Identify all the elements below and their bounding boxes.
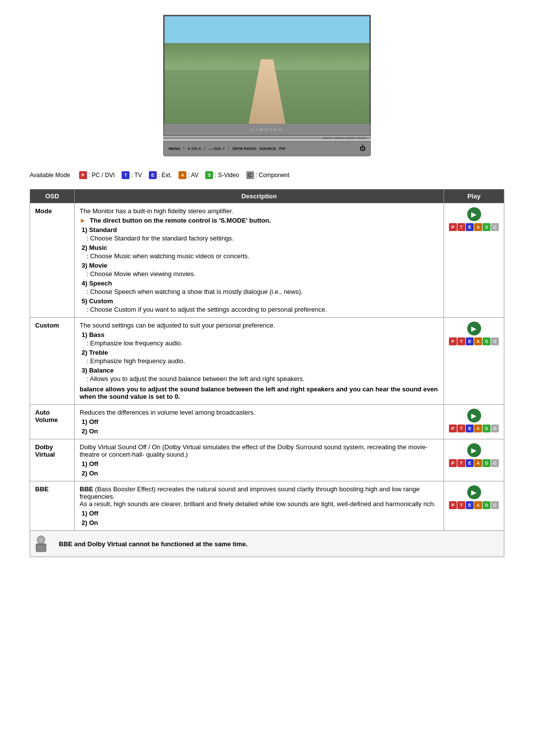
arrow-icon: ►: [80, 217, 86, 224]
power-btn: ⏻: [359, 145, 365, 152]
control-dot-2: [334, 138, 344, 139]
letter-a4: A: [474, 459, 482, 467]
desc-mode: The Monitor has a built-in high fidelity…: [75, 203, 444, 318]
svg-text:♪: ♪: [40, 537, 43, 543]
mode-component: C : Component: [246, 171, 290, 179]
letter-e3: E: [466, 425, 474, 432]
letter-a5: A: [474, 501, 482, 509]
header-osd: OSD: [30, 189, 75, 203]
letter-t2: T: [457, 337, 465, 345]
pteasc-dolby: P T E A S C: [449, 459, 499, 467]
pteasc-av: P T E A S C: [449, 425, 499, 432]
letter-c3: C: [491, 425, 499, 432]
note-icon: ♪: [35, 535, 53, 553]
desc-av-intro: Reduces the differences in volume level …: [80, 409, 439, 416]
desc-sub-2: : Choose Music when watching music video…: [87, 252, 439, 260]
desc-custom-extra: balance allows you to adjust the sound b…: [80, 385, 439, 400]
monitor-illustration: SAMSUNG MENU | ∨ CH ∧ | — VOL + | ⊡/FM R…: [30, 15, 504, 156]
mode-svideo: S : S-Video: [205, 171, 239, 179]
desc-custom-sub-3: : Allows you to adjust the sound balance…: [87, 375, 439, 382]
available-mode-label: Available Mode: [30, 172, 70, 179]
letter-a3: A: [474, 425, 482, 432]
desc-bbe-item-2: 2) On: [82, 519, 439, 526]
mode-pc-text: : PC / DVI: [89, 172, 115, 179]
mode-tv-text: : TV: [131, 172, 142, 179]
play-arrow-bbe-icon: ▶: [467, 485, 481, 499]
play-mode: ▶ P T E A S C: [444, 203, 504, 318]
desc-bbe: BBE (Bass Booster Effect) recreates the …: [75, 481, 444, 531]
table-row: BBE BBE (Bass Booster Effect) recreates …: [30, 481, 504, 531]
monitor-base: SAMSUNG: [163, 124, 371, 136]
desc-custom: The sound settings can be adjusted to su…: [75, 318, 444, 405]
desc-item-4: 4) Speech: [82, 280, 439, 287]
desc-autovolume: Reduces the differences in volume level …: [75, 405, 444, 439]
letter-e4: E: [466, 459, 474, 467]
note-content: ♪ BBE and Dolby Virtual cannot be functi…: [35, 535, 499, 553]
desc-bbe-item-1: 1) Off: [82, 510, 439, 517]
desc-custom-item-3: 3) Balance: [82, 367, 439, 374]
screen-scene: [165, 16, 369, 124]
letter-a2: A: [474, 337, 482, 345]
mode-ext: E : Ext.: [149, 171, 172, 179]
desc-item-5: 5) Custom: [82, 297, 439, 305]
desc-dolby-item-1: 1) Off: [82, 460, 439, 468]
desc-custom-intro: The sound settings can be adjusted to su…: [80, 322, 439, 329]
radio-btn: ⊡/FM RADIO: [232, 146, 257, 151]
play-arrow-av-icon: ▶: [467, 409, 481, 423]
letter-p: P: [449, 223, 457, 231]
letter-c2: C: [491, 337, 499, 345]
desc-mode-intro: The Monitor has a built-in high fidelity…: [80, 207, 439, 215]
vol-btn: — VOL +: [209, 146, 225, 151]
letter-c5: C: [491, 501, 499, 509]
osd-bbe: BBE: [30, 481, 75, 531]
play-arrow-custom-icon: ▶: [467, 322, 481, 335]
letter-e2: E: [466, 337, 474, 345]
monitor-screen: [163, 15, 371, 124]
desc-sub-4: : Choose Speech when watching a show tha…: [87, 288, 439, 295]
bbe-bold: BBE: [80, 485, 93, 493]
osd-autovolume: AutoVolume: [30, 405, 75, 439]
desc-custom-sub-1: : Emphasize low frequency audio.: [87, 339, 439, 347]
letter-t5: T: [457, 501, 465, 509]
note-text: BBE and Dolby Virtual cannot be function…: [59, 540, 248, 548]
letter-s3: S: [483, 425, 490, 432]
letter-s2: S: [483, 337, 490, 345]
letter-c: C: [491, 223, 499, 231]
desc-av-item-2: 2) On: [82, 427, 439, 435]
desc-dolby: Dolby Virtual Sound Off / On (Dolby Virt…: [75, 439, 444, 481]
header-play: Play: [444, 189, 504, 203]
play-custom: ▶ P T E A S C: [444, 318, 504, 405]
osd-mode: Mode: [30, 203, 75, 318]
control-dot-1: [322, 138, 332, 139]
badge-a-icon: A: [178, 171, 186, 179]
brand-logo: SAMSUNG: [251, 127, 284, 132]
desc-item-3: 3) Movie: [82, 262, 439, 269]
letter-s4: S: [483, 459, 490, 467]
letter-e5: E: [466, 501, 474, 509]
badge-t-icon: T: [122, 171, 130, 179]
mode-component-text: : Component: [256, 172, 290, 179]
pteasc-bbe: P T E A S C: [449, 501, 499, 509]
desc-dolby-intro: Dolby Virtual Sound Off / On (Dolby Virt…: [80, 443, 439, 458]
table-row: Custom The sound settings can be adjuste…: [30, 318, 504, 405]
note-row: ♪ BBE and Dolby Virtual cannot be functi…: [30, 531, 504, 557]
play-arrow-icon: ▶: [467, 207, 481, 221]
letter-p2: P: [449, 337, 457, 345]
letter-s: S: [483, 223, 490, 231]
mode-av-text: : AV: [188, 172, 198, 179]
badge-p-icon: P: [79, 171, 87, 179]
pip-btn: PIP: [279, 146, 286, 151]
table-row: Mode The Monitor has a built-in high fid…: [30, 203, 504, 318]
letter-p3: P: [449, 425, 457, 432]
table-header-row: OSD Description Play: [30, 189, 504, 203]
letter-s5: S: [483, 501, 490, 509]
main-table: OSD Description Play Mode The Monitor ha…: [30, 189, 504, 557]
table-row: DolbyVirtual Dolby Virtual Sound Off / O…: [30, 439, 504, 481]
mode-svideo-text: : S-Video: [215, 172, 239, 179]
desc-sub-1: : Choose Standard for the standard facto…: [87, 235, 439, 242]
play-dolby: ▶ P T E A S C: [444, 439, 504, 481]
play-autovolume: ▶ P T E A S C: [444, 405, 504, 439]
badge-c-icon: C: [246, 171, 254, 179]
mode-pc-dvi: P : PC / DVI: [79, 171, 115, 179]
letter-c4: C: [491, 459, 499, 467]
